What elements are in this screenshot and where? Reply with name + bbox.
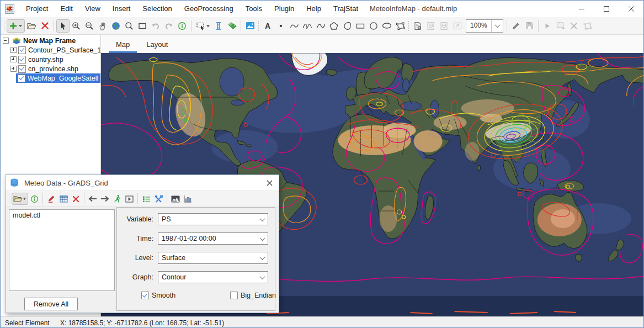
data-file-item[interactable]: model.ctl bbox=[9, 210, 114, 221]
rectangle-tool-button[interactable] bbox=[354, 19, 367, 33]
dialog-close-button[interactable] bbox=[262, 176, 276, 189]
menu-project[interactable]: Project bbox=[20, 1, 54, 17]
time-dropdown[interactable] bbox=[257, 233, 268, 244]
measurement-button[interactable] bbox=[212, 19, 225, 33]
menu-geoprocessing[interactable]: GeoProcessing bbox=[178, 1, 239, 17]
big-endian-checkbox[interactable]: Big_Endian bbox=[230, 292, 276, 299]
expand-icon[interactable] bbox=[10, 56, 17, 62]
label-button[interactable] bbox=[225, 19, 238, 33]
next-time-button[interactable] bbox=[99, 193, 111, 205]
graph-select[interactable]: Contour bbox=[158, 271, 268, 283]
zoom-out-tool-button[interactable] bbox=[83, 19, 96, 33]
menu-tools[interactable]: Tools bbox=[239, 1, 268, 17]
zoom-level-dropdown[interactable] bbox=[491, 20, 503, 32]
curve-polygon-tool-button[interactable] bbox=[340, 19, 354, 33]
level-dropdown[interactable] bbox=[257, 252, 268, 263]
layer-node-country[interactable]: country.shp bbox=[10, 55, 63, 64]
remove-layers-button[interactable] bbox=[38, 19, 51, 33]
map-frame-node[interactable]: New Map Frame bbox=[3, 36, 76, 45]
close-button[interactable] bbox=[619, 1, 643, 17]
menu-view[interactable]: View bbox=[79, 1, 107, 17]
save-layer-button[interactable] bbox=[523, 19, 536, 33]
page-setup-button[interactable] bbox=[411, 19, 424, 33]
data-info-button[interactable] bbox=[28, 193, 40, 205]
identify-button[interactable] bbox=[175, 19, 189, 33]
fit-to-screen-button[interactable] bbox=[451, 19, 464, 33]
layer-node-webmap-selected[interactable]: WebMap_GoogleSatell bbox=[16, 73, 100, 83]
page-zoom-in-button[interactable] bbox=[424, 19, 438, 33]
reshape-feature-button[interactable] bbox=[581, 19, 594, 33]
dialog-title-bar[interactable]: Meteo Data - GrADS_Grid bbox=[6, 175, 279, 191]
layer-node-contour[interactable]: Contour_PS_Surface_19 bbox=[10, 45, 101, 55]
freehand-tool-button[interactable] bbox=[301, 19, 314, 33]
smooth-checkbox[interactable]: Smooth bbox=[141, 292, 175, 299]
polygon-tool-button[interactable] bbox=[327, 19, 340, 33]
options-button[interactable] bbox=[152, 193, 164, 205]
layer-checkbox[interactable] bbox=[18, 75, 25, 82]
point-tool-button[interactable]: • bbox=[274, 19, 288, 33]
section-plot-button[interactable] bbox=[169, 193, 182, 205]
select-tool-button[interactable] bbox=[56, 19, 70, 33]
add-web-map-button[interactable] bbox=[243, 19, 257, 33]
expand-icon[interactable] bbox=[10, 66, 17, 72]
graph-dropdown[interactable] bbox=[257, 272, 268, 283]
time-select[interactable]: 1987-01-02 00:00 bbox=[158, 232, 268, 245]
data-file-list[interactable]: model.ctl bbox=[9, 209, 115, 291]
zoom-level-combo[interactable]: 100% bbox=[466, 19, 503, 33]
ellipse-tool-button[interactable] bbox=[380, 19, 393, 33]
statistics-plot-button[interactable] bbox=[182, 193, 194, 205]
layer-checkbox[interactable] bbox=[18, 65, 26, 73]
zoom-to-layer-button[interactable] bbox=[123, 19, 136, 33]
draw-data-button[interactable] bbox=[45, 193, 57, 205]
settings-list-button[interactable] bbox=[140, 193, 152, 205]
select-by-rectangle-button[interactable] bbox=[194, 19, 212, 33]
menu-insert[interactable]: Insert bbox=[107, 1, 137, 17]
toolbar-grip[interactable] bbox=[258, 20, 260, 31]
tab-layout[interactable]: Layout bbox=[138, 36, 176, 53]
redo-button[interactable] bbox=[162, 19, 175, 33]
toolbar-grip[interactable] bbox=[506, 20, 508, 31]
menu-edit[interactable]: Edit bbox=[54, 1, 78, 17]
collapse-icon[interactable] bbox=[3, 38, 9, 44]
layer-node-province[interactable]: cn_province.shp bbox=[10, 64, 78, 73]
menu-help[interactable]: Help bbox=[300, 1, 327, 17]
menu-selection[interactable]: Selection bbox=[136, 1, 178, 17]
full-extent-button[interactable] bbox=[109, 19, 123, 33]
tab-map[interactable]: Map bbox=[108, 36, 138, 53]
expand-icon[interactable] bbox=[10, 47, 17, 53]
add-feature-button[interactable] bbox=[554, 19, 567, 33]
toolbar-grip[interactable] bbox=[408, 20, 410, 31]
toolbar-grip[interactable] bbox=[8, 193, 10, 204]
toolbar-grip[interactable] bbox=[3, 20, 6, 31]
variable-select[interactable]: PS bbox=[158, 213, 268, 225]
maximize-button[interactable] bbox=[594, 1, 619, 17]
zoom-to-extent-button[interactable] bbox=[136, 19, 149, 33]
text-tool-button[interactable]: A bbox=[261, 19, 274, 33]
add-layer-button[interactable] bbox=[7, 19, 25, 33]
polyline-tool-button[interactable] bbox=[288, 19, 301, 33]
animator-panel-button[interactable] bbox=[123, 193, 135, 205]
circle-tool-button[interactable] bbox=[367, 19, 380, 33]
checkbox-checked-icon[interactable] bbox=[141, 292, 149, 299]
edit-layer-button[interactable] bbox=[509, 19, 523, 33]
minimize-button[interactable] bbox=[569, 1, 594, 17]
delete-feature-button[interactable] bbox=[567, 19, 581, 33]
open-file-button[interactable] bbox=[25, 19, 38, 33]
zoom-in-tool-button[interactable] bbox=[70, 19, 83, 33]
open-data-button[interactable] bbox=[12, 193, 28, 205]
remove-all-button[interactable]: Remove All bbox=[24, 298, 78, 310]
edit-vertices-tool-button[interactable] bbox=[393, 19, 407, 33]
level-select[interactable]: Surface bbox=[158, 252, 268, 264]
undo-button[interactable] bbox=[149, 19, 162, 33]
start-edit-button[interactable] bbox=[541, 19, 554, 33]
menu-plugin[interactable]: Plugin bbox=[268, 1, 300, 17]
data-table-button[interactable] bbox=[57, 193, 70, 205]
layer-checkbox[interactable] bbox=[18, 56, 26, 64]
page-zoom-out-button[interactable] bbox=[438, 19, 451, 33]
curve-tool-button[interactable] bbox=[314, 19, 327, 33]
previous-time-button[interactable] bbox=[87, 193, 99, 205]
checkbox-unchecked-icon[interactable] bbox=[230, 292, 238, 299]
variable-dropdown[interactable] bbox=[257, 214, 268, 225]
animate-button[interactable] bbox=[111, 193, 123, 205]
pan-tool-button[interactable] bbox=[96, 19, 109, 33]
